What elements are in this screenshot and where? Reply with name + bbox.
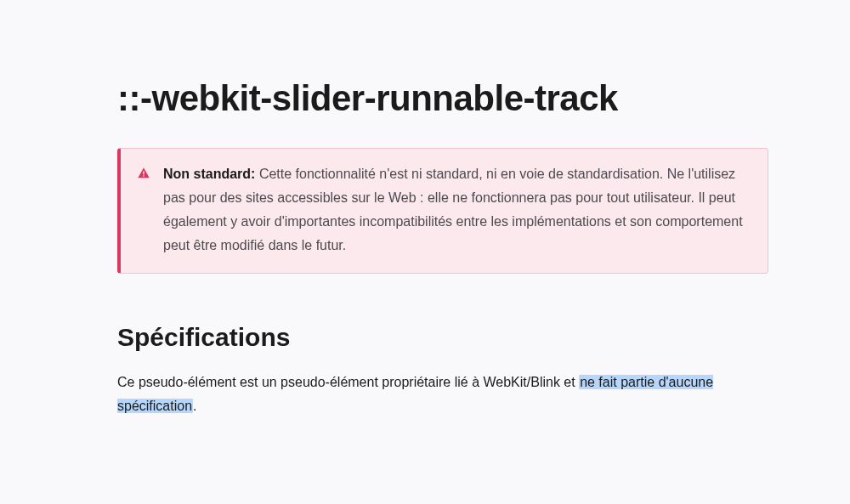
- svg-rect-1: [143, 175, 144, 176]
- section-heading-specifications: Spécifications: [117, 323, 768, 352]
- svg-rect-0: [143, 171, 144, 174]
- notice-text: Non standard: Cette fonctionnalité n'est…: [163, 162, 751, 258]
- page-title: ::-webkit-slider-runnable-track: [117, 78, 768, 119]
- nonstandard-notice: Non standard: Cette fonctionnalité n'est…: [117, 148, 768, 274]
- spec-text-suffix: .: [193, 399, 196, 413]
- notice-label: Non standard:: [163, 167, 255, 181]
- spec-text-prefix: Ce pseudo-élément est un pseudo-élément …: [117, 375, 579, 389]
- spec-paragraph: Ce pseudo-élément est un pseudo-élément …: [117, 371, 768, 418]
- warning-icon: [136, 162, 151, 258]
